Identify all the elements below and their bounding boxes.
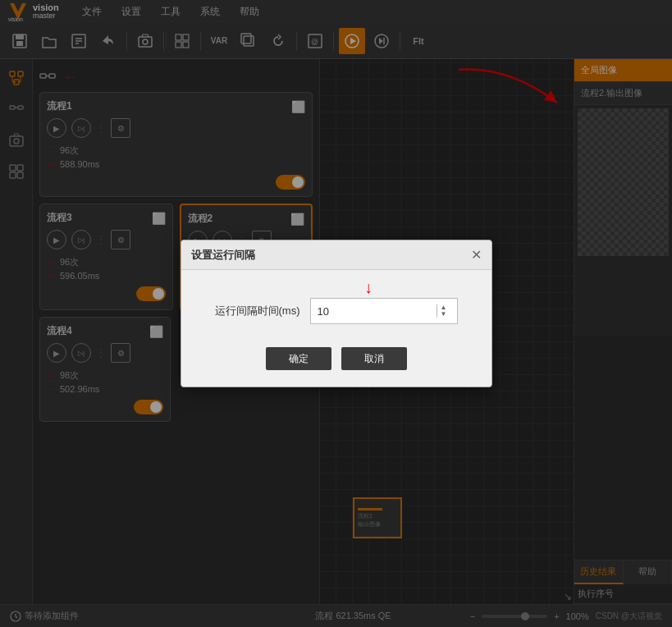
dialog-body: ↓ 运行间隔时间(ms) 10 ▲ ▼ 确定 取消 <box>181 270 491 387</box>
dialog-interval-value: 10 <box>318 305 329 318</box>
dialog-confirm-btn[interactable]: 确定 <box>266 347 331 370</box>
dialog-overlay: 设置运行间隔 ✕ ↓ 运行间隔时间(ms) 10 ▲ ▼ 确定 <box>0 0 672 627</box>
dialog-label: 运行间隔时间(ms) <box>215 304 300 318</box>
dialog-interval-input[interactable]: 10 ▲ ▼ <box>310 298 458 324</box>
dialog-spinner[interactable]: ▲ ▼ <box>437 304 450 318</box>
dialog-header: 设置运行间隔 ✕ <box>181 240 491 270</box>
dialog-arrow: ↓ <box>364 278 373 297</box>
dialog-footer: 确定 取消 <box>266 347 407 370</box>
dialog-input-row: 运行间隔时间(ms) 10 ▲ ▼ <box>201 298 472 324</box>
settings-dialog: 设置运行间隔 ✕ ↓ 运行间隔时间(ms) 10 ▲ ▼ 确定 <box>181 240 492 387</box>
dialog-title: 设置运行间隔 <box>191 248 255 263</box>
spin-down-btn[interactable]: ▼ <box>441 311 447 318</box>
dialog-close-btn[interactable]: ✕ <box>471 247 482 263</box>
dialog-cancel-btn[interactable]: 取消 <box>341 347 407 370</box>
